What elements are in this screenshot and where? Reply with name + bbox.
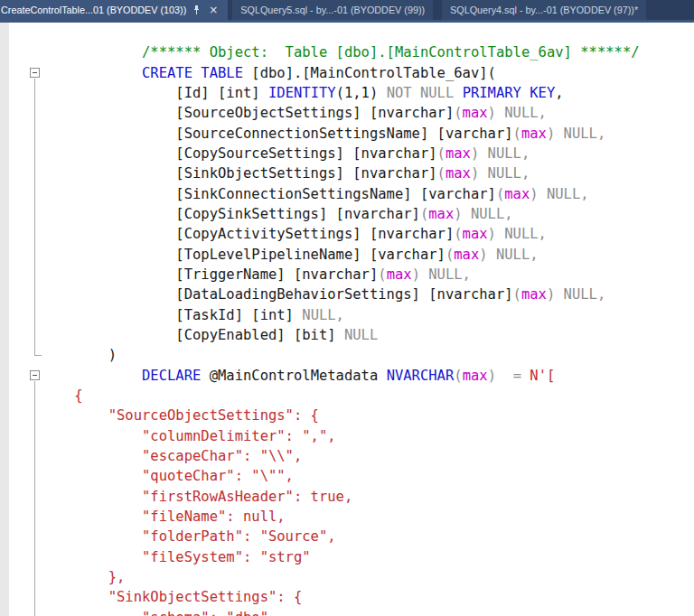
pin-icon[interactable] [192, 5, 202, 15]
code-line: "SinkObjectSettings": { [41, 587, 640, 607]
code-line [41, 23, 640, 42]
code-line: [DataLoadingBehaviorSettings] [nvarchar]… [41, 285, 640, 304]
tab-sqlquery5[interactable]: SQLQuery5.sql - by...-01 (BYODDEV (99)) [232, 0, 433, 20]
code-line: "fileName": null, [41, 507, 640, 527]
code-line: { [41, 386, 640, 406]
code-line: "escapeChar": "\\", [41, 446, 640, 466]
code-area[interactable]: /****** Object: Table [dbo].[MainControl… [41, 23, 640, 616]
code-line: [SinkObjectSettings] [nvarchar](max) NUL… [41, 163, 640, 183]
tab-label: SQLQuery5.sql - by...-01 (BYODDEV (99)) [240, 5, 425, 15]
code-line: "SourceObjectSettings": { [41, 406, 640, 425]
code-line: [TriggerName] [nvarchar](max) NULL, [41, 265, 640, 285]
selection-margin[interactable] [0, 23, 9, 616]
code-line: [Id] [int] IDENTITY(1,1) NOT NULL PRIMAR… [41, 83, 640, 103]
code-line: [SinkConnectionSettingsName] [varchar](m… [41, 184, 640, 204]
tab-label: CreateControlTable...01 (BYODDEV (103)) [1, 5, 186, 15]
document-tab-bar: CreateControlTable...01 (BYODDEV (103)) … [0, 0, 694, 20]
code-line: [CopySinkSettings] [nvarchar](max) NULL, [41, 204, 640, 224]
code-line: "folderPath": "Source", [41, 527, 640, 546]
tab-sqlquery4[interactable]: SQLQuery4.sql - by...-01 (BYODDEV (97))* [442, 0, 646, 20]
code-line: /****** Object: Table [dbo].[MainControl… [41, 42, 640, 62]
code-line: [CopySourceSettings] [nvarchar](max) NUL… [41, 144, 640, 163]
code-line: DECLARE @MainControlMetadata NVARCHAR(ma… [41, 366, 640, 386]
code-line: ) [41, 345, 640, 365]
code-line: }, [41, 567, 640, 587]
code-line: CREATE TABLE [dbo].[MainControlTable_6av… [41, 63, 640, 83]
code-line: "quoteChar": "\"", [41, 466, 640, 486]
code-line: [TaskId] [int] NULL, [41, 305, 640, 325]
code-line: "columnDelimiter": ",", [41, 426, 640, 446]
fold-collapse-icon[interactable] [30, 68, 40, 78]
fold-line [34, 381, 35, 616]
code-line: "schema": "dbo", [41, 608, 640, 616]
tab-label: SQLQuery4.sql - by...-01 (BYODDEV (97))* [450, 5, 638, 15]
fold-collapse-icon[interactable] [30, 370, 40, 380]
code-line: "firstRowAsHeader": true, [41, 487, 640, 507]
code-line: [CopyEnabled] [bit] NULL [41, 325, 640, 345]
sql-editor[interactable]: /****** Object: Table [dbo].[MainControl… [0, 23, 694, 616]
code-line: [SourceObjectSettings] [nvarchar](max) N… [41, 103, 640, 123]
code-line: "fileSystem": "strg" [41, 547, 640, 567]
code-line: [TopLevelPipelineName] [varchar](max) NU… [41, 245, 640, 265]
close-icon[interactable]: × [207, 5, 220, 15]
fold-line [34, 79, 35, 355]
tab-createcontroltable[interactable]: CreateControlTable...01 (BYODDEV (103)) … [0, 0, 228, 20]
code-line: [SourceConnectionSettingsName] [varchar]… [41, 124, 640, 144]
code-line: [CopyActivitySettings] [nvarchar](max) N… [41, 224, 640, 244]
